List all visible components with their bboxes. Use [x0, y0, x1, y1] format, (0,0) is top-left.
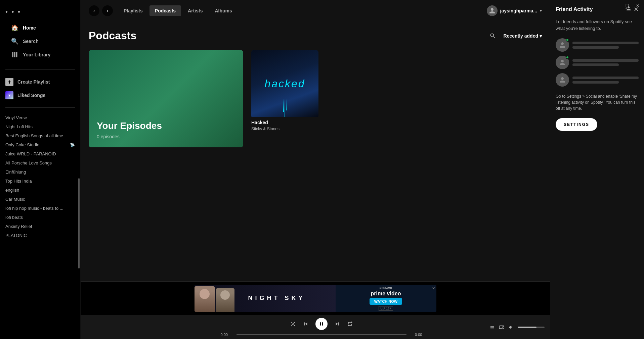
your-episodes-title: Your Episodes: [97, 120, 235, 131]
friend-activity-line: [572, 63, 619, 66]
settings-button[interactable]: SETTINGS: [556, 118, 597, 131]
playlist-item[interactable]: Anxiety Relief: [0, 222, 80, 231]
liked-songs-label: Liked Songs: [17, 93, 45, 98]
hacked-subtitle: Sticks & Stones: [251, 127, 318, 131]
playlist-item[interactable]: lofi beats: [0, 213, 80, 222]
main-header: ‹ › Playlists Podcasts Artists Albums ja…: [81, 0, 550, 21]
friend-item: [556, 73, 639, 87]
friend-activity-line: [572, 46, 619, 49]
playlist-item[interactable]: Vinyl Verse: [0, 113, 80, 122]
your-episodes-subtitle: 0 episodes: [97, 134, 235, 139]
tab-podcasts[interactable]: Podcasts: [149, 5, 181, 16]
player-controls: 0:00 0:00: [159, 318, 484, 337]
player-buttons: [290, 318, 353, 330]
friend-panel-bottom-text: Go to Settings > Social and enable 'Shar…: [556, 93, 639, 111]
forward-button[interactable]: ›: [102, 5, 113, 16]
friend-info: [572, 77, 639, 84]
online-indicator: [566, 38, 569, 42]
home-label: Home: [23, 25, 36, 31]
playlist-item[interactable]: Einfühlung: [0, 167, 80, 177]
ad-close-button[interactable]: ✕: [432, 286, 435, 291]
create-playlist-label: Create Playlist: [17, 79, 50, 85]
repeat-button[interactable]: [347, 321, 353, 327]
maximize-button[interactable]: ❐: [624, 3, 631, 9]
tab-albums[interactable]: Albums: [209, 5, 237, 16]
playlist-item[interactable]: Best English Songs of all time: [0, 131, 80, 140]
watch-now-button[interactable]: WATCH NOW: [370, 298, 402, 305]
friend-name-line: [572, 77, 639, 79]
your-episodes-card[interactable]: Your Episodes 0 episodes: [89, 50, 243, 147]
sort-label: Recently added: [504, 33, 538, 39]
sidebar-actions: + Create Playlist ♥ Liked Songs: [0, 72, 80, 105]
tab-artists[interactable]: Artists: [182, 5, 208, 16]
playlist-item[interactable]: Car Music: [0, 195, 80, 204]
sidebar-scrollbar[interactable]: [78, 178, 80, 269]
playlist-item[interactable]: PLATONIC: [0, 231, 80, 240]
volume-slider[interactable]: [518, 327, 545, 328]
avatar: [487, 5, 498, 16]
online-indicator: [566, 56, 569, 59]
nav-arrows: ‹ ›: [89, 5, 113, 16]
svg-rect-2: [16, 52, 17, 57]
tab-playlists[interactable]: Playlists: [118, 5, 148, 16]
playlist-item[interactable]: lofi hip hop music - beats to ...: [0, 204, 80, 213]
player-bar: 0:00 0:00: [81, 315, 550, 339]
playlist-item[interactable]: english: [0, 186, 80, 195]
friend-avatar: [556, 73, 569, 87]
friend-item: [556, 56, 639, 69]
friend-avatar: [556, 38, 569, 52]
advertisement-banner: NIGHT SKY amazon prime video WATCH NOW U…: [81, 281, 550, 315]
ad-title: NIGHT SKY: [195, 295, 305, 302]
friend-name-line: [572, 59, 639, 62]
hacked-title: Hacked: [251, 120, 318, 125]
ad-image: NIGHT SKY: [195, 285, 336, 312]
current-time: 0:00: [221, 333, 232, 337]
friend-list: [556, 38, 639, 87]
search-icon: 🔍: [11, 37, 19, 45]
create-playlist-item[interactable]: + Create Playlist: [5, 75, 75, 89]
svg-rect-0: [12, 52, 13, 57]
user-area[interactable]: jaysinghparma... ▾: [487, 5, 542, 16]
playlist-item[interactable]: Night Lofi Hits: [0, 122, 80, 131]
liked-songs-item[interactable]: ♥ Liked Songs: [5, 89, 75, 102]
minimize-button[interactable]: —: [613, 3, 621, 9]
queue-button[interactable]: [489, 325, 495, 330]
close-button[interactable]: ✕: [634, 3, 641, 9]
header-tabs: Playlists Podcasts Artists Albums: [118, 5, 238, 16]
next-button[interactable]: [334, 321, 340, 327]
rating-badge: U/A 16+: [379, 306, 393, 311]
playlist-item[interactable]: Juice WRLD - PARANOID: [0, 149, 80, 158]
player-progress: 0:00 0:00: [221, 333, 422, 337]
sort-dropdown[interactable]: Recently added ▾: [504, 33, 542, 39]
ad-right: amazon prime video WATCH NOW U/A 16+: [336, 285, 436, 312]
friend-panel-description: Let friends and followers on Spotify see…: [556, 18, 639, 32]
search-label: Search: [23, 39, 39, 44]
prime-video-label: prime video: [371, 291, 401, 297]
back-button[interactable]: ‹: [89, 5, 99, 16]
chevron-down-icon: ▾: [540, 8, 542, 13]
volume-button[interactable]: [508, 325, 514, 330]
amazon-label: amazon: [379, 286, 392, 289]
liked-songs-icon: ♥: [5, 91, 13, 99]
create-playlist-icon: +: [5, 78, 13, 86]
progress-bar[interactable]: [237, 334, 406, 335]
playlist-item[interactable]: Top Hits India: [0, 177, 80, 186]
podcast-cards: Your Episodes 0 episodes hacked: [89, 50, 542, 147]
ad-content[interactable]: NIGHT SKY amazon prime video WATCH NOW U…: [195, 285, 436, 312]
hacked-podcast-card[interactable]: hacked Hacked Sticks & Stones: [251, 50, 318, 147]
previous-button[interactable]: [303, 321, 309, 327]
sidebar: • • • 🏠 Home 🔍 Search Your Library + Cre…: [0, 0, 81, 339]
playlist-item[interactable]: All Porsche Love Songs: [0, 158, 80, 167]
sidebar-item-search[interactable]: 🔍 Search: [5, 35, 75, 48]
pause-button[interactable]: [315, 318, 328, 330]
search-icon[interactable]: [487, 31, 498, 41]
devices-button[interactable]: [499, 325, 504, 330]
sidebar-item-home[interactable]: 🏠 Home: [5, 21, 75, 35]
sidebar-item-library[interactable]: Your Library: [5, 48, 75, 61]
sidebar-playlist-area: Vinyl Verse Night Lofi Hits Best English…: [0, 110, 80, 336]
playlist-item-only-coke-studio[interactable]: Only Coke Studio 📡: [0, 140, 80, 149]
main-area: ‹ › Playlists Podcasts Artists Albums ja…: [81, 0, 550, 339]
menu-dots[interactable]: • • •: [5, 5, 75, 21]
podcasts-header: Podcasts Recently added ▾: [89, 30, 542, 42]
shuffle-button[interactable]: [290, 321, 296, 327]
